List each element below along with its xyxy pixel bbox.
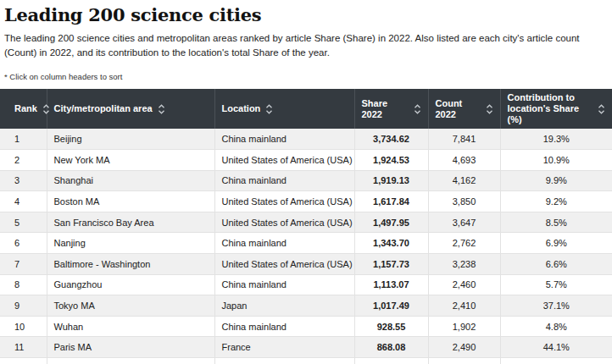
cell-location: United States of America (USA) <box>214 150 354 171</box>
cell-contribution: 8.5% <box>500 212 612 233</box>
column-header-contribution[interactable]: Contribution to location's Share (%) <box>500 89 612 129</box>
cell-location: France <box>214 337 354 358</box>
cell-share: 1,617.84 <box>354 191 428 212</box>
cell-rank: 3 <box>0 170 47 191</box>
cell-share: 868.08 <box>354 337 428 358</box>
sort-chevrons-icon <box>265 103 273 115</box>
cell-share: 790.21 <box>354 358 428 364</box>
table-row: 12Seoul MASouth Korea790.211,63753.3% <box>0 358 612 364</box>
column-header-count[interactable]: Count 2022 <box>428 89 500 129</box>
column-label-contribution: Contribution to location's Share (%) <box>508 92 593 125</box>
column-header-rank[interactable]: Rank <box>0 89 47 129</box>
table-row: 4Boston MAUnited States of America (USA)… <box>0 191 612 212</box>
cell-rank: 5 <box>0 212 47 233</box>
table-row: 2New York MAUnited States of America (US… <box>0 150 612 171</box>
cell-share: 3,734.62 <box>354 129 428 150</box>
cell-contribution: 6.6% <box>500 254 612 275</box>
science-cities-table: RankCity/metropolitan areaLocationShare … <box>0 89 612 364</box>
cell-location: Japan <box>214 295 354 317</box>
cell-contribution: 10.9% <box>500 150 612 171</box>
cell-count: 2,410 <box>428 295 500 317</box>
cell-count: 2,762 <box>428 233 500 254</box>
table-row: 8GuangzhouChina mainland1,113.072,4605.7… <box>0 274 612 295</box>
table-row: 10WuhanChina mainland928.551,9024.8% <box>0 316 612 337</box>
column-label-count: Count 2022 <box>436 98 481 120</box>
cell-rank: 9 <box>0 295 47 317</box>
column-header-city[interactable]: City/metropolitan area <box>47 89 214 129</box>
cell-location: South Korea <box>214 358 354 364</box>
cell-contribution: 6.9% <box>500 233 612 254</box>
cell-contribution: 19.3% <box>500 129 612 150</box>
sort-chevrons-icon <box>414 103 421 115</box>
cell-contribution: 9.2% <box>500 191 612 212</box>
cell-location: China mainland <box>214 233 354 254</box>
column-label-city: City/metropolitan area <box>54 103 153 114</box>
cell-rank: 4 <box>0 191 47 212</box>
table-row: 1BeijingChina mainland3,734.627,84119.3% <box>0 129 612 150</box>
table-row: 9Tokyo MAJapan1,017.492,41037.1% <box>0 295 612 317</box>
cell-rank: 2 <box>0 150 47 171</box>
cell-contribution: 5.7% <box>500 274 612 295</box>
column-label-rank: Rank <box>14 103 37 114</box>
cell-contribution: 53.3% <box>500 358 612 364</box>
cell-count: 4,162 <box>428 170 500 191</box>
cell-city: Beijing <box>47 129 214 150</box>
cell-count: 1,902 <box>428 316 500 337</box>
table-row: 3ShanghaiChina mainland1,919.134,1629.9% <box>0 170 612 191</box>
cell-location: United States of America (USA) <box>214 191 354 212</box>
cell-city: Wuhan <box>47 316 214 337</box>
cell-location: United States of America (USA) <box>214 212 354 233</box>
cell-rank: 12 <box>0 358 47 364</box>
table-row: 6NanjingChina mainland1,343.702,7626.9% <box>0 233 612 254</box>
cell-location: United States of America (USA) <box>214 254 354 275</box>
cell-count: 7,841 <box>428 129 500 150</box>
cell-count: 2,490 <box>428 337 500 358</box>
column-header-share[interactable]: Share 2022 <box>354 89 428 129</box>
cell-city: Shanghai <box>47 170 214 191</box>
cell-city: Nanjing <box>47 233 214 254</box>
cell-share: 1,113.07 <box>354 274 428 295</box>
table-row: 7Baltimore - WashingtonUnited States of … <box>0 254 612 275</box>
cell-city: Seoul MA <box>47 358 214 364</box>
cell-count: 4,693 <box>428 150 500 171</box>
page: Leading 200 science cities The leading 2… <box>0 4 612 364</box>
cell-rank: 10 <box>0 316 47 337</box>
cell-contribution: 4.8% <box>500 316 612 337</box>
cell-count: 2,460 <box>428 274 500 295</box>
page-title: Leading 200 science cities <box>4 4 608 25</box>
sort-note: * Click on column headers to sort <box>4 72 608 81</box>
sort-chevrons-icon <box>158 103 165 115</box>
column-label-share: Share 2022 <box>362 98 409 120</box>
cell-share: 1,924.53 <box>354 150 428 171</box>
page-description: The leading 200 science cities and metro… <box>4 31 608 60</box>
table-header-row: RankCity/metropolitan areaLocationShare … <box>0 89 612 129</box>
cell-rank: 6 <box>0 233 47 254</box>
cell-contribution: 44.1% <box>500 337 612 358</box>
cell-rank: 1 <box>0 129 47 150</box>
cell-share: 1,017.49 <box>354 295 428 317</box>
column-header-location[interactable]: Location <box>214 89 354 129</box>
cell-location: China mainland <box>214 274 354 295</box>
cell-count: 3,238 <box>428 254 500 275</box>
cell-city: San Francisco Bay Area <box>47 212 214 233</box>
cell-city: New York MA <box>47 150 214 171</box>
cell-rank: 8 <box>0 274 47 295</box>
cell-share: 1,343.70 <box>354 233 428 254</box>
cell-city: Tokyo MA <box>47 295 214 317</box>
cell-count: 1,637 <box>428 358 500 364</box>
cell-share: 1,497.95 <box>354 212 428 233</box>
table-row: 11Paris MAFrance868.082,49044.1% <box>0 337 612 358</box>
cell-city: Guangzhou <box>47 274 214 295</box>
cell-city: Baltimore - Washington <box>47 254 214 275</box>
cell-location: China mainland <box>214 170 354 191</box>
cell-share: 928.55 <box>354 316 428 337</box>
cell-location: China mainland <box>214 129 354 150</box>
cell-city: Paris MA <box>47 337 214 358</box>
cell-rank: 7 <box>0 254 47 275</box>
table-row: 5San Francisco Bay AreaUnited States of … <box>0 212 612 233</box>
cell-share: 1,919.13 <box>354 170 428 191</box>
column-label-location: Location <box>222 103 261 114</box>
cell-contribution: 37.1% <box>500 295 612 317</box>
cell-city: Boston MA <box>47 191 214 212</box>
cell-location: China mainland <box>214 316 354 337</box>
